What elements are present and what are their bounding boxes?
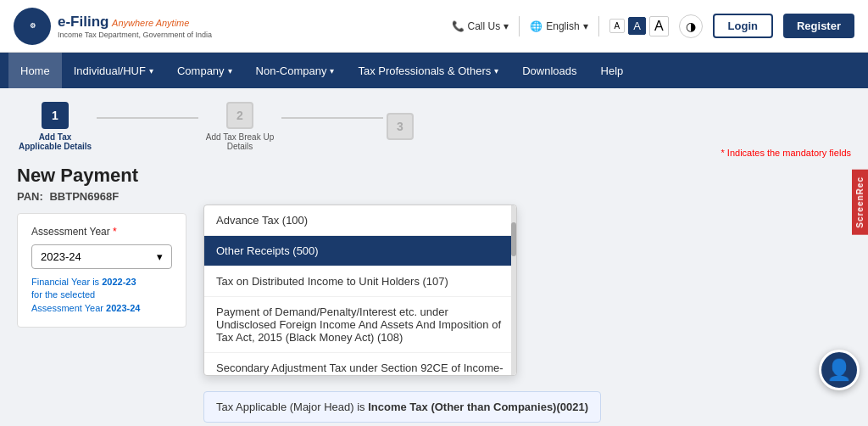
login-button[interactable]: Login [713, 14, 773, 38]
main-nav: Home Individual/HUF ▾ Company ▾ Non-Comp… [0, 53, 868, 88]
step-1: 1 Add Tax Applicable Details [17, 102, 93, 151]
chevron-down-icon: ▾ [228, 66, 232, 76]
assessment-card: Assessment Year * 2023-24 ▾ Financial Ye… [17, 213, 186, 328]
efiling-label: e-Filing [58, 14, 108, 30]
step-1-circle: 1 [42, 102, 69, 129]
divider-2 [598, 16, 599, 36]
font-small-button[interactable]: A [609, 19, 626, 33]
step-connector-1 [97, 117, 198, 119]
nav-tax-professionals[interactable]: Tax Professionals & Others ▾ [346, 53, 510, 88]
scrollbar[interactable] [511, 205, 516, 375]
step-connector-2 [281, 117, 383, 119]
step-2: 2 Add Tax Break Up Details [202, 102, 278, 151]
assessment-year-value: 2023-24 [41, 250, 81, 263]
nav-company[interactable]: Company ▾ [165, 53, 244, 88]
chevron-down-icon: ▾ [149, 66, 153, 76]
header-actions: 📞 Call Us ▾ 🌐 English ▾ A A A ◑ Login Re… [452, 14, 854, 38]
divider-1 [519, 16, 520, 36]
ay-year: 2023-24 [106, 303, 140, 313]
nav-downloads[interactable]: Downloads [510, 53, 588, 88]
call-us-button[interactable]: 📞 Call Us ▾ [452, 20, 509, 32]
globe-icon: 🌐 [530, 20, 542, 32]
contrast-button[interactable]: ◑ [679, 14, 703, 38]
form-row: Assessment Year * 2023-24 ▾ Financial Ye… [17, 213, 851, 423]
avatar-icon: 👤 [826, 358, 852, 382]
assessment-year-select[interactable]: 2023-24 ▾ [31, 244, 172, 269]
asterisk-icon: * [721, 148, 725, 158]
dropdown-list: Advance Tax (100) Other Receipts (500) T… [204, 205, 516, 375]
pan-label: PAN: BBTPN6968F [17, 190, 851, 203]
scroll-thumb [511, 222, 516, 256]
tax-type-dropdown: Advance Tax (100) Other Receipts (500) T… [203, 205, 517, 376]
step-3-circle: 3 [387, 113, 414, 140]
register-button[interactable]: Register [783, 14, 854, 38]
assessment-label: Assessment Year * [31, 226, 172, 238]
lang-dropdown-icon: ▾ [583, 20, 588, 32]
required-marker: * [113, 226, 117, 238]
dropdown-item-secondary-adj[interactable]: Secondary Adjustment Tax under Section 9… [204, 353, 516, 375]
font-controls: A A A [609, 16, 669, 36]
steps-indicator: 1 Add Tax Applicable Details 2 Add Tax B… [17, 102, 851, 151]
tax-applicable-value: Income Tax (Other than Companies)(0021) [368, 401, 588, 413]
dropdown-arrow-icon: ▾ [157, 250, 163, 263]
dropdown-item-advance-tax[interactable]: Advance Tax (100) [204, 205, 516, 236]
pan-value: BBTPN6968F [49, 190, 119, 203]
nav-non-company[interactable]: Non-Company ▾ [244, 53, 347, 88]
phone-icon: 📞 [452, 20, 465, 32]
call-dropdown-icon: ▾ [504, 20, 509, 32]
font-large-button[interactable]: A [649, 16, 669, 36]
dept-name: Income Tax Department, Government of Ind… [58, 31, 212, 39]
efiling-brand: e-Filing Anywhere Anytime [58, 14, 212, 31]
page-title: New Payment [17, 165, 851, 187]
main-content: 1 Add Tax Applicable Details 2 Add Tax B… [0, 88, 868, 426]
step-3: 3 [387, 113, 414, 140]
chevron-down-icon: ▾ [494, 66, 498, 76]
screenrec-label: ScreenRec [852, 170, 868, 235]
nav-individual-huf[interactable]: Individual/HUF ▾ [62, 53, 165, 88]
logo-emblem: ⚙ [14, 8, 51, 45]
dropdown-item-other-receipts[interactable]: Other Receipts (500) [204, 236, 516, 266]
tax-type-section: Advance Tax (100) Other Receipts (500) T… [203, 213, 601, 423]
step-2-circle: 2 [226, 102, 253, 129]
step-2-label: Add Tax Break Up Details [202, 132, 278, 151]
mandatory-text: Indicates the mandatory fields [727, 148, 851, 158]
chevron-down-icon: ▾ [330, 66, 334, 76]
fy-note: Financial Year is 2022-23 for the select… [31, 276, 172, 315]
fy-year: 2022-23 [102, 277, 136, 287]
logo-text: e-Filing Anywhere Anytime Income Tax Dep… [58, 14, 212, 39]
font-medium-button[interactable]: A [628, 17, 646, 35]
logo-area: ⚙ e-Filing Anywhere Anytime Income Tax D… [14, 8, 212, 45]
nav-home[interactable]: Home [8, 53, 62, 88]
support-avatar[interactable]: 👤 [819, 350, 860, 390]
efiling-tagline: Anywhere Anytime [112, 18, 189, 28]
language-button[interactable]: 🌐 English ▾ [530, 20, 587, 32]
mandatory-note: * Indicates the mandatory fields [721, 148, 851, 158]
dropdown-item-black-money[interactable]: Payment of Demand/Penalty/Interest etc. … [204, 297, 516, 353]
tax-applicable-box: Tax Applicable (Major Head) is Income Ta… [203, 391, 601, 423]
nav-help[interactable]: Help [589, 53, 636, 88]
call-us-label: Call Us [468, 20, 501, 32]
header: ⚙ e-Filing Anywhere Anytime Income Tax D… [0, 0, 868, 53]
step-1-label: Add Tax Applicable Details [17, 132, 93, 151]
language-label: English [546, 20, 579, 32]
dropdown-item-unit-holders[interactable]: Tax on Distributed Income to Unit Holder… [204, 266, 516, 297]
